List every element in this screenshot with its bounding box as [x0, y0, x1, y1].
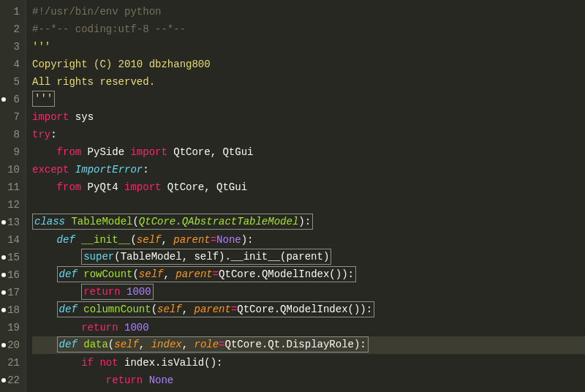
token: class — [34, 216, 65, 227]
token: data — [83, 339, 108, 350]
token — [69, 164, 75, 176]
code-line[interactable]: try: — [32, 126, 585, 143]
token: sys — [69, 111, 94, 123]
token: , — [139, 339, 151, 350]
line-number: 10 — [3, 161, 20, 178]
token: QtCore, QtGui — [167, 146, 254, 158]
bookmark-dot-icon — [1, 290, 6, 295]
code-line[interactable]: #!/usr/bin/env python — [32, 3, 585, 20]
selection-box: class TableModel(QtCore.QAbstractTableMo… — [32, 214, 313, 230]
token: ''' — [34, 93, 53, 105]
token: not — [99, 357, 118, 369]
token: None — [216, 234, 241, 246]
token: def — [57, 234, 75, 246]
code-editor[interactable]: 12345678910111213141516171819202122 #!/u… — [0, 0, 585, 392]
token: index — [151, 339, 182, 350]
token: ( — [132, 216, 138, 227]
token: , — [182, 339, 195, 350]
indent — [32, 339, 57, 351]
token: role — [195, 339, 219, 350]
token: PySide — [81, 146, 130, 158]
token: return — [106, 374, 143, 386]
line-number: 17 — [3, 284, 20, 301]
token: import — [32, 111, 69, 123]
line-number-gutter: 12345678910111213141516171819202122 — [0, 0, 26, 392]
code-line[interactable]: if not index.isValid(): — [32, 354, 585, 372]
token: parent — [194, 304, 230, 315]
token: 1000 — [124, 322, 149, 333]
code-line[interactable]: ''' — [32, 38, 585, 56]
code-line[interactable]: #--*-- coding:utf-8 --*-- — [32, 20, 585, 38]
code-area[interactable]: #!/usr/bin/env python#--*-- coding:utf-8… — [26, 0, 585, 392]
selection-box: def columnCount(self, parent=QtCore.QMod… — [57, 301, 375, 317]
indent — [32, 234, 57, 246]
line-number: 11 — [3, 178, 20, 196]
line-number: 8 — [3, 126, 20, 143]
token: def — [59, 339, 78, 350]
code-line[interactable]: def columnCount(self, parent=QtCore.QMod… — [32, 301, 585, 319]
code-line[interactable]: def __init__(self, parent=None): — [32, 231, 585, 249]
line-number: 15 — [3, 249, 20, 266]
token: import — [124, 181, 161, 193]
bookmark-dot-icon — [1, 343, 6, 347]
token — [118, 322, 124, 333]
token: QtCore, QtGui — [161, 181, 247, 193]
line-number: 22 — [3, 372, 20, 389]
code-line[interactable]: import sys — [32, 108, 585, 126]
token: 1000 — [127, 286, 151, 298]
line-number: 19 — [3, 319, 20, 336]
line-number: 12 — [3, 196, 20, 214]
indent — [32, 269, 57, 281]
bookmark-dot-icon — [1, 378, 6, 382]
token: QtCore.Qt.DisplayRole): — [225, 339, 366, 350]
bookmark-dot-icon — [1, 97, 6, 102]
token: = — [211, 234, 216, 246]
code-line[interactable]: ''' — [32, 91, 585, 108]
token: QtCore.QAbstractTableModel — [139, 216, 298, 227]
code-line[interactable]: from PyQt4 import QtCore, QtGui — [32, 178, 585, 196]
token — [78, 304, 83, 315]
token: (TableModel, self).__init__(parent) — [114, 251, 329, 263]
code-line[interactable]: return 1000 — [32, 284, 585, 301]
line-number: 18 — [3, 301, 20, 319]
code-line[interactable]: from PySide import QtCore, QtGui — [32, 143, 585, 161]
code-line[interactable]: return None — [32, 372, 585, 389]
token: All rights reserved. — [32, 76, 155, 88]
indent — [32, 322, 81, 333]
line-number: 20 — [3, 336, 20, 354]
token: self — [157, 304, 182, 315]
code-line[interactable]: except ImportError: — [32, 161, 585, 178]
token: parent — [173, 234, 210, 246]
token: ): — [241, 234, 254, 246]
token: if — [81, 357, 94, 369]
token: PyQt4 — [81, 181, 124, 193]
token: self — [114, 339, 139, 350]
line-number: 16 — [3, 266, 20, 284]
code-line[interactable]: class TableModel(QtCore.QAbstractTableMo… — [32, 214, 585, 231]
token: QtCore.QModelIndex()): — [219, 268, 354, 280]
token: ''' — [32, 41, 50, 53]
token: return — [81, 322, 118, 333]
code-line[interactable]: super(TableModel, self).__init__(parent) — [32, 249, 585, 266]
token — [78, 339, 83, 350]
code-line[interactable]: Copyright (C) 2010 dbzhang800 — [32, 56, 585, 73]
code-line[interactable]: return 1000 — [32, 319, 585, 336]
code-line[interactable]: All rights reserved. — [32, 73, 585, 91]
token: ): — [298, 216, 311, 227]
line-number: 13 — [3, 214, 20, 231]
selection-box: def rowCount(self, parent=QtCore.QModelI… — [57, 266, 356, 282]
code-line[interactable] — [32, 196, 585, 214]
token: = — [219, 339, 224, 350]
token: from — [57, 181, 82, 193]
token — [75, 234, 81, 246]
indent — [32, 252, 81, 263]
token: import — [130, 146, 167, 158]
indent — [32, 304, 57, 316]
code-line[interactable]: def rowCount(self, parent=QtCore.QModelI… — [32, 266, 585, 284]
code-line[interactable]: def data(self, index, role=QtCore.Qt.Dis… — [32, 336, 585, 354]
token: #!/usr/bin/env python — [32, 6, 161, 18]
line-number: 9 — [3, 143, 20, 161]
token: ( — [151, 304, 157, 315]
token: except — [32, 164, 69, 176]
line-number: 7 — [3, 108, 20, 126]
